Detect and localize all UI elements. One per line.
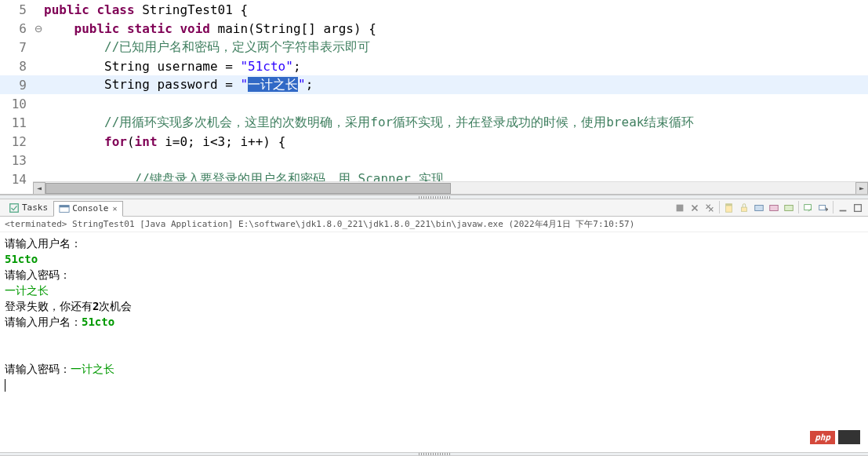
console-output[interactable]: 请输入用户名：51cto请输入密码：一计之长登录失败，你还有2次机会请输入用户名… xyxy=(0,232,868,452)
svg-rect-8 xyxy=(770,205,779,210)
watermark-badge: php xyxy=(810,431,835,444)
line-number: 10 xyxy=(0,97,33,111)
console-line xyxy=(5,330,863,345)
console-status-line: <terminated> StringTest01 [Java Applicat… xyxy=(0,217,868,232)
terminate-button[interactable] xyxy=(673,201,687,215)
console-bottom-sash[interactable] xyxy=(0,452,868,456)
code-line[interactable]: 5public class StringTest01 { xyxy=(0,0,868,19)
code-text[interactable]: String username = "51cto"; xyxy=(44,59,301,74)
code-line[interactable]: 12 for(int i=0; i<3; i++) { xyxy=(0,132,868,151)
console-line xyxy=(5,345,863,361)
console-line: 请输入密码： xyxy=(5,267,863,283)
line-number: 6 xyxy=(0,21,33,36)
code-line[interactable]: 7 //已知用户名和密码，定义两个字符串表示即可 xyxy=(0,38,868,57)
tab-console[interactable]: Console ✕ xyxy=(53,201,122,217)
svg-rect-9 xyxy=(785,205,794,210)
tab-close-icon[interactable]: ✕ xyxy=(112,204,117,213)
code-line[interactable]: 9 String password = "一计之长"; xyxy=(0,75,868,94)
watermark-dark xyxy=(838,430,860,444)
line-number: 11 xyxy=(0,115,33,130)
display-selected-button[interactable] xyxy=(801,201,815,215)
pin-console-button[interactable] xyxy=(782,201,796,215)
fold-marker[interactable]: ⊖ xyxy=(33,21,44,36)
tab-tasks-label: Tasks xyxy=(22,202,48,213)
console-icon xyxy=(59,203,70,214)
line-number: 13 xyxy=(0,153,33,168)
svg-rect-7 xyxy=(755,205,764,210)
tab-tasks[interactable]: Tasks xyxy=(3,200,53,216)
code-line[interactable]: 13 xyxy=(0,151,868,170)
line-number: 12 xyxy=(0,134,33,149)
scroll-left-button[interactable]: ◄ xyxy=(33,182,45,195)
code-text[interactable]: //已知用户名和密码，定义两个字符串表示即可 xyxy=(44,39,370,56)
console-line: 51cto xyxy=(5,251,863,267)
code-text[interactable]: for(int i=0; i<3; i++) { xyxy=(44,134,285,149)
svg-rect-12 xyxy=(840,210,847,211)
console-cursor[interactable] xyxy=(5,377,863,392)
code-text[interactable]: //用循环实现多次机会，这里的次数明确，采用for循环实现，并在登录成功的时候，… xyxy=(44,115,694,131)
console-line: 登录失败，你还有2次机会 xyxy=(5,298,863,314)
tasks-icon xyxy=(9,202,20,213)
code-line[interactable]: 10 xyxy=(0,94,868,113)
line-number: 14 xyxy=(0,172,33,187)
code-area[interactable]: 5public class StringTest01 {6⊖ public st… xyxy=(0,0,868,188)
console-line: 请输入密码：一计之长 xyxy=(5,361,863,377)
show-stderr-button[interactable] xyxy=(767,201,781,215)
svg-rect-0 xyxy=(10,203,19,212)
show-console-button[interactable] xyxy=(752,201,766,215)
bottom-pane: Tasks Console ✕ <terminat xyxy=(0,199,868,456)
clear-console-button[interactable] xyxy=(722,201,736,215)
code-text[interactable]: public class StringTest01 { xyxy=(44,2,248,17)
open-console-dropdown[interactable] xyxy=(816,201,830,215)
minimize-button[interactable] xyxy=(836,201,850,215)
line-number: 9 xyxy=(0,78,33,93)
console-line: 请输入用户名：51cto xyxy=(5,314,863,330)
svg-rect-6 xyxy=(742,207,747,211)
svg-rect-3 xyxy=(677,204,684,211)
remove-all-button[interactable] xyxy=(703,201,717,215)
scroll-right-button[interactable]: ► xyxy=(855,182,868,195)
line-number: 5 xyxy=(0,2,33,17)
maximize-button[interactable] xyxy=(851,201,865,215)
code-editor-pane: 5public class StringTest01 {6⊖ public st… xyxy=(0,0,868,195)
tab-console-label: Console xyxy=(72,203,108,213)
scroll-lock-button[interactable] xyxy=(737,201,751,215)
remove-launch-button[interactable] xyxy=(688,201,702,215)
horizontal-scrollbar[interactable]: ◄ ► xyxy=(33,181,868,194)
line-number: 8 xyxy=(0,59,33,74)
code-line[interactable]: 8 String username = "51cto"; xyxy=(0,57,868,75)
code-text[interactable]: String password = "一计之长"; xyxy=(44,77,313,93)
code-line[interactable]: 11 //用循环实现多次机会，这里的次数明确，采用for循环实现，并在登录成功的… xyxy=(0,113,868,132)
svg-rect-5 xyxy=(726,203,732,206)
console-line: 一计之长 xyxy=(5,283,863,298)
code-line[interactable]: 6⊖ public static void main(String[] args… xyxy=(0,19,868,38)
scroll-track[interactable] xyxy=(45,182,855,195)
console-line: 请输入用户名： xyxy=(5,235,863,251)
svg-rect-2 xyxy=(60,205,69,207)
watermark: php xyxy=(810,430,860,444)
svg-rect-11 xyxy=(819,205,826,210)
tab-row: Tasks Console ✕ xyxy=(0,199,868,217)
scroll-thumb[interactable] xyxy=(45,183,451,194)
code-text[interactable]: public static void main(String[] args) { xyxy=(44,21,376,36)
console-toolbar xyxy=(673,201,868,215)
svg-rect-13 xyxy=(855,204,862,211)
line-number: 7 xyxy=(0,40,33,55)
